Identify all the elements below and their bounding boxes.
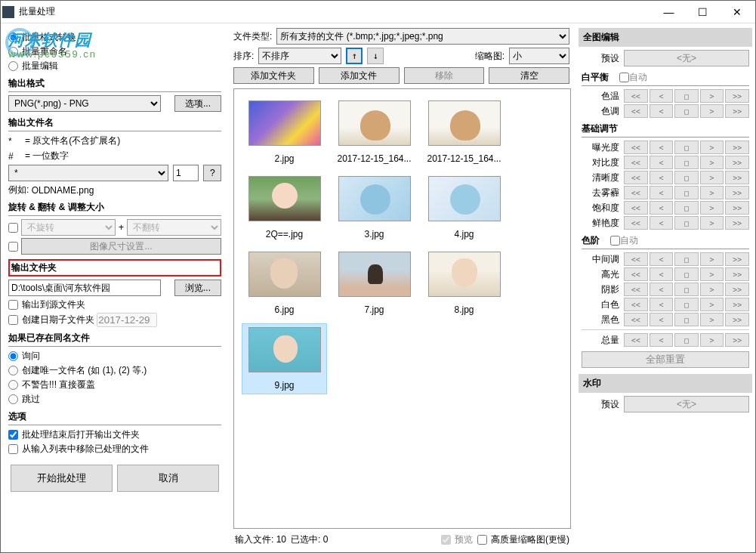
dehaze-slider[interactable]: <<<□>>> (624, 186, 749, 199)
slider-step-button[interactable]: >> (725, 283, 749, 296)
slider-step-button[interactable]: □ (674, 171, 699, 184)
slider-step-button[interactable]: > (700, 104, 724, 118)
slider-step-button[interactable]: << (624, 141, 648, 154)
filetype-select[interactable]: 所有支持的文件 (*.bmp;*.jpg;*.jpeg;*.png (276, 28, 569, 45)
slider-step-button[interactable]: >> (725, 333, 749, 347)
black-slider[interactable]: <<<□>>> (624, 313, 749, 326)
exists-overwrite-radio[interactable] (8, 380, 18, 390)
output-format-select[interactable]: PNG(*.png) - PNG (8, 95, 161, 112)
slider-step-button[interactable]: << (624, 89, 648, 103)
shadows-slider[interactable]: <<<□>>> (624, 283, 749, 296)
format-options-button[interactable]: 选项... (174, 95, 221, 112)
reset-all-button[interactable]: 全部重置 (582, 351, 749, 368)
slider-step-button[interactable]: >> (725, 313, 749, 326)
slider-step-button[interactable]: < (650, 216, 674, 230)
slider-step-button[interactable]: < (650, 104, 674, 118)
add-file-button[interactable]: 添加文件 (319, 67, 400, 84)
slider-step-button[interactable]: > (700, 267, 724, 281)
clarity-slider[interactable]: <<<□>>> (624, 171, 749, 184)
rotate-check[interactable] (8, 223, 18, 233)
mode-rename-radio[interactable] (8, 47, 18, 57)
add-folder-button[interactable]: 添加文件夹 (233, 67, 314, 84)
slider-step-button[interactable]: < (650, 171, 674, 184)
slider-step-button[interactable]: < (650, 141, 674, 154)
saturation-slider[interactable]: <<<□>>> (624, 201, 749, 215)
sort-asc-button[interactable]: ↑ (346, 48, 363, 64)
slider-step-button[interactable]: □ (674, 104, 699, 118)
slider-step-button[interactable]: □ (674, 141, 699, 154)
slider-step-button[interactable]: □ (674, 156, 699, 169)
slider-step-button[interactable]: << (624, 186, 648, 199)
output-to-source-check[interactable] (8, 300, 18, 310)
thumbnail-item[interactable]: 7.jpg (332, 248, 417, 319)
total-slider[interactable]: <<<□>>> (624, 333, 749, 347)
slider-step-button[interactable]: >> (725, 104, 749, 118)
remove-processed-check[interactable] (8, 444, 18, 454)
slider-step-button[interactable]: < (650, 186, 674, 199)
slider-step-button[interactable]: << (624, 283, 648, 296)
maximize-button[interactable]: ☐ (686, 1, 720, 23)
browse-button[interactable]: 浏览... (174, 280, 221, 296)
slider-step-button[interactable]: □ (674, 283, 699, 296)
slider-step-button[interactable]: < (650, 252, 674, 266)
clear-button[interactable]: 清空 (489, 67, 569, 84)
date-subfolder-check[interactable] (8, 315, 18, 325)
slider-step-button[interactable]: < (650, 313, 674, 326)
slider-step-button[interactable]: << (624, 267, 648, 281)
hq-thumb-check[interactable] (477, 535, 487, 545)
wb-auto-check[interactable] (619, 73, 629, 82)
resize-check[interactable] (8, 242, 18, 252)
mode-convert-radio[interactable] (8, 32, 18, 42)
slider-step-button[interactable]: >> (725, 186, 749, 199)
slider-step-button[interactable]: << (624, 104, 648, 118)
slider-step-button[interactable]: > (700, 313, 724, 326)
vibrance-slider[interactable]: <<<□>>> (624, 216, 749, 230)
slider-step-button[interactable]: > (700, 141, 724, 154)
slider-step-button[interactable]: >> (725, 171, 749, 184)
slider-step-button[interactable]: < (650, 298, 674, 311)
slider-step-button[interactable]: << (624, 171, 648, 184)
slider-step-button[interactable]: □ (674, 267, 699, 281)
exists-ask-radio[interactable] (8, 351, 18, 361)
name-help-button[interactable]: ? (203, 165, 221, 181)
mode-edit-radio[interactable] (8, 61, 18, 71)
name-number-input[interactable] (173, 165, 199, 181)
name-pattern-select[interactable]: * (8, 165, 168, 181)
slider-step-button[interactable]: << (624, 252, 648, 266)
slider-step-button[interactable]: << (624, 156, 648, 169)
temp-slider[interactable]: <<<□>>> (624, 89, 749, 103)
slider-step-button[interactable]: □ (674, 201, 699, 215)
slider-step-button[interactable]: □ (674, 313, 699, 326)
exists-skip-radio[interactable] (8, 394, 18, 404)
thumbnail-item[interactable]: 4.jpg (421, 172, 507, 243)
thumbnail-area[interactable]: 2.jpg2017-12-15_164...2017-12-15_164...2… (233, 88, 571, 529)
thumbnail-item[interactable]: 8.jpg (421, 248, 507, 319)
thumbnail-item[interactable]: 3.jpg (332, 172, 417, 243)
slider-step-button[interactable]: > (700, 283, 724, 296)
slider-step-button[interactable]: >> (725, 298, 749, 311)
slider-step-button[interactable]: << (624, 313, 648, 326)
thumb-size-select[interactable]: 小 (509, 48, 569, 64)
sort-select[interactable]: 不排序 (258, 48, 341, 64)
slider-step-button[interactable]: > (700, 298, 724, 311)
slider-step-button[interactable]: >> (725, 141, 749, 154)
white-slider[interactable]: <<<□>>> (624, 298, 749, 311)
slider-step-button[interactable]: □ (674, 252, 699, 266)
slider-step-button[interactable]: □ (674, 333, 699, 347)
slider-step-button[interactable]: << (624, 333, 648, 347)
highlights-slider[interactable]: <<<□>>> (624, 267, 749, 281)
wm-preset-button[interactable]: <无> (624, 396, 749, 412)
slider-step-button[interactable]: << (624, 216, 648, 230)
slider-step-button[interactable]: < (650, 333, 674, 347)
slider-step-button[interactable]: < (650, 283, 674, 296)
thumbnail-item[interactable]: 2017-12-15_164... (421, 97, 507, 168)
slider-step-button[interactable]: < (650, 89, 674, 103)
slider-step-button[interactable]: □ (674, 186, 699, 199)
slider-step-button[interactable]: □ (674, 216, 699, 230)
slider-step-button[interactable]: >> (725, 156, 749, 169)
slider-step-button[interactable]: >> (725, 89, 749, 103)
contrast-slider[interactable]: <<<□>>> (624, 156, 749, 169)
cancel-button[interactable]: 取消 (117, 465, 219, 492)
midtones-slider[interactable]: <<<□>>> (624, 252, 749, 266)
preset-button[interactable]: <无> (624, 50, 749, 66)
